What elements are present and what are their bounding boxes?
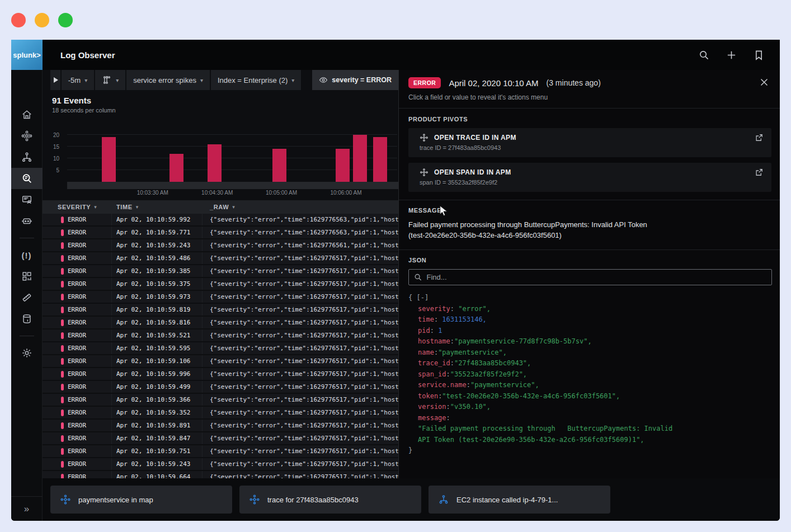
actions-hint: Click a field or value to reveal it's ac… xyxy=(408,93,771,101)
json-line[interactable]: version:"v350.10", xyxy=(408,402,770,413)
sidebar-item-rum[interactable] xyxy=(11,287,43,308)
raw-value: {"severity":"error","time":1629776517,"p… xyxy=(203,317,398,328)
table-row[interactable]: ERRORApr 02, 10:10:59.486{"severity":"er… xyxy=(43,252,398,265)
query-name-dropdown[interactable]: service error spikes▾ xyxy=(126,70,210,90)
raw-value: {"severity":"error","time":1629776517,"p… xyxy=(203,458,398,470)
column-header-severity[interactable]: SEVERITY▾ xyxy=(43,204,112,210)
table-row[interactable]: ERRORApr 02, 10:10:59.243{"severity":"er… xyxy=(43,458,398,471)
table-row[interactable]: ERRORApr 02, 10:10:59.996{"severity":"er… xyxy=(43,368,398,381)
table-row[interactable]: ERRORApr 02, 10:10:59.992{"severity":"er… xyxy=(43,214,398,227)
table-row[interactable]: ERRORApr 02, 10:10:59.595{"severity":"er… xyxy=(43,342,398,355)
sidebar-item-apm[interactable] xyxy=(11,125,43,147)
time-value: Apr 02, 10:10:59.243 xyxy=(112,458,203,470)
related-content-map-button[interactable]: paymentservice in map xyxy=(50,486,232,514)
sidebar-item-data-management[interactable] xyxy=(11,308,43,329)
table-row[interactable]: ERRORApr 02, 10:10:59.352{"severity":"er… xyxy=(43,407,398,420)
index-filter-dropdown[interactable]: Index = Enterprise (2)▾ xyxy=(211,70,301,90)
json-line[interactable]: token:"test-20e26e20-356b-432e-a4c6-956f… xyxy=(408,391,770,402)
table-row[interactable]: ERRORApr 02, 10:10:59.521{"severity":"er… xyxy=(43,329,398,342)
sidebar-item-infrastructure[interactable] xyxy=(11,147,43,168)
chart-bar[interactable] xyxy=(272,149,286,182)
chart-bar[interactable] xyxy=(208,144,222,182)
minimize-window-icon[interactable] xyxy=(35,13,49,27)
json-line[interactable]: message: xyxy=(408,413,770,424)
splunk-logo[interactable]: splunk> xyxy=(11,40,43,70)
table-row[interactable]: ERRORApr 02, 10:10:59.751{"severity":"er… xyxy=(43,445,398,458)
close-window-icon[interactable] xyxy=(11,13,26,27)
table-row[interactable]: ERRORApr 02, 10:10:59.847{"severity":"er… xyxy=(43,432,398,445)
json-line[interactable]: time: 1631153146, xyxy=(408,314,770,326)
table-row[interactable]: ERRORApr 02, 10:10:59.819{"severity":"er… xyxy=(43,304,398,317)
table-row[interactable]: ERRORApr 02, 10:10:59.664{"severity":"er… xyxy=(43,471,398,478)
severity-pill xyxy=(61,435,64,442)
severity-filter-chip[interactable]: severity = ERROR xyxy=(312,70,398,90)
maximize-window-icon[interactable] xyxy=(58,13,73,27)
page-title: Log Observer xyxy=(60,50,115,60)
json-line[interactable]: "Failed payment processing through Butte… xyxy=(408,423,770,435)
table-header: SEVERITY▾ TIME▾ _RAW▾ xyxy=(43,200,398,214)
play-button[interactable] xyxy=(50,70,60,90)
table-row[interactable]: ERRORApr 02, 10:10:59.385{"severity":"er… xyxy=(43,265,398,278)
sidebar-item-log-observer[interactable] xyxy=(11,168,43,189)
sidebar-item-settings[interactable] xyxy=(11,342,43,364)
sidebar-item-dashboards[interactable] xyxy=(11,189,43,210)
message-line[interactable]: Failed payment processing through Butter… xyxy=(408,219,671,230)
json-line[interactable]: { [-] xyxy=(408,293,770,304)
table-row[interactable]: ERRORApr 02, 10:10:59.375{"severity":"er… xyxy=(43,278,398,291)
chart-plot xyxy=(67,126,397,182)
open-trace-in-apm-card[interactable]: OPEN TRACE ID IN APM trace ID = 27f483aa… xyxy=(408,128,771,157)
table-row[interactable]: ERRORApr 02, 10:10:59.366{"severity":"er… xyxy=(43,394,398,407)
open-span-in-apm-card[interactable]: OPEN SPAN ID IN APM span ID = 35523a2f85… xyxy=(408,163,771,192)
table-row[interactable]: ERRORApr 02, 10:10:59.816{"severity":"er… xyxy=(43,317,398,329)
search-icon[interactable] xyxy=(698,49,709,60)
table-row[interactable]: ERRORApr 02, 10:10:59.891{"severity":"er… xyxy=(43,420,398,432)
severity-pill xyxy=(61,409,64,416)
sidebar-collapse[interactable]: » xyxy=(11,496,43,521)
add-icon[interactable] xyxy=(726,49,737,60)
json-find-input[interactable] xyxy=(426,273,766,281)
message-line[interactable]: (test-20e26e20-356b-432e-a4c6-956fc03f56… xyxy=(408,230,671,241)
json-line[interactable]: hostname:"paymentservice-77d8f7c98b-5b7s… xyxy=(408,336,770,347)
severity-value: ERROR xyxy=(68,216,86,223)
json-line[interactable]: severity: "error", xyxy=(408,304,770,315)
chart-bar[interactable] xyxy=(336,149,350,182)
sidebar-item-automation[interactable] xyxy=(11,210,43,232)
saved-query-dropdown[interactable]: ▾ xyxy=(95,70,125,90)
chart-bar[interactable] xyxy=(170,154,183,182)
external-link-icon[interactable] xyxy=(754,167,764,177)
table-row[interactable]: ERRORApr 02, 10:10:59.243{"severity":"er… xyxy=(43,239,398,252)
close-icon[interactable] xyxy=(760,78,770,88)
json-line[interactable]: service.name:"paymentservice", xyxy=(408,380,770,391)
table-row[interactable]: ERRORApr 02, 10:10:59.973{"severity":"er… xyxy=(43,291,398,304)
chart-bar[interactable] xyxy=(102,137,116,182)
span-id-value: span ID = 35523a2f85f2e9f2 xyxy=(420,179,764,186)
time-range-dropdown[interactable]: -5m▾ xyxy=(62,70,94,90)
chart-bar[interactable] xyxy=(373,137,387,182)
column-header-time[interactable]: TIME▾ xyxy=(112,204,203,210)
bookmark-icon[interactable] xyxy=(753,49,764,60)
gear-icon xyxy=(21,347,33,359)
sidebar-item-home[interactable] xyxy=(11,104,43,125)
sidebar-item-metrics[interactable] xyxy=(11,266,43,287)
time-value: Apr 02, 10:10:59.771 xyxy=(112,227,203,238)
chart-bar[interactable] xyxy=(353,135,367,182)
external-link-icon[interactable] xyxy=(754,133,764,143)
related-content-trace-button[interactable]: trace for 27f483aa85bc0943 xyxy=(239,486,421,514)
json-line[interactable]: } xyxy=(408,445,770,456)
json-find-box[interactable] xyxy=(408,269,772,285)
related-content-ec2-button[interactable]: EC2 instance called ip-4-79-1... xyxy=(429,486,610,514)
severity-pill xyxy=(61,474,64,479)
json-line[interactable]: name:"paymentservice", xyxy=(408,347,770,359)
time-value: Apr 02, 10:10:59.521 xyxy=(112,329,203,341)
json-line[interactable]: span_id:"35523a2f85f2e9f2", xyxy=(408,369,770,380)
json-line[interactable]: pid: 1 xyxy=(408,326,770,337)
table-row[interactable]: ERRORApr 02, 10:10:59.499{"severity":"er… xyxy=(43,381,398,394)
json-line[interactable]: trace_id:"27f483aa85bc0943", xyxy=(408,358,770,369)
y-axis-tick: 10 xyxy=(53,156,59,162)
sidebar-item-alerts[interactable]: (!) xyxy=(11,244,43,266)
table-row[interactable]: ERRORApr 02, 10:10:59.771{"severity":"er… xyxy=(43,227,398,239)
table-row[interactable]: ERRORApr 02, 10:10:59.106{"severity":"er… xyxy=(43,355,398,368)
column-header-raw[interactable]: _RAW▾ xyxy=(203,204,398,210)
json-line[interactable]: API Token (test-20e26e90-356b-432e-a2c6-… xyxy=(408,435,770,446)
json-label: JSON xyxy=(408,257,770,263)
